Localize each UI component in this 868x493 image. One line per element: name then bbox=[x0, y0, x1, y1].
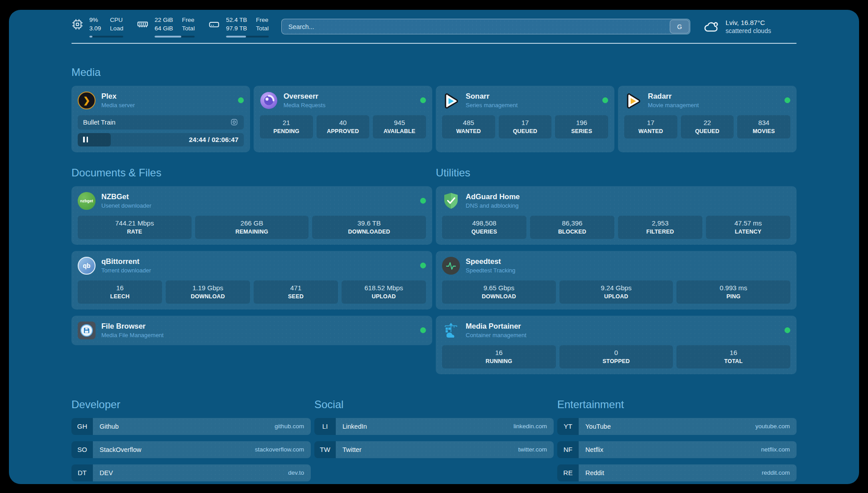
stat-label: DOWNLOADED bbox=[314, 229, 424, 235]
status-dot bbox=[785, 327, 790, 333]
stat-block: 945 AVAILABLE bbox=[373, 115, 426, 138]
stat-value: 485 bbox=[444, 119, 493, 126]
overseerr-icon bbox=[260, 92, 278, 109]
stat-value: 22 bbox=[683, 119, 732, 126]
bookmark-youtube[interactable]: YT YouTubeyoutube.com bbox=[557, 418, 797, 435]
stat-block: 618.52 Mbps UPLOAD bbox=[342, 280, 426, 304]
bookmark-name: StackOverflow bbox=[100, 446, 141, 453]
header-divider bbox=[71, 43, 797, 44]
stat-label: AVAILABLE bbox=[375, 128, 424, 134]
bookmark-abbr: SO bbox=[71, 441, 93, 458]
cpu-usage-label: CPU bbox=[110, 16, 123, 25]
stat-value: 945 bbox=[375, 119, 424, 126]
ram-total-label: Total bbox=[182, 25, 195, 33]
pause-icon[interactable] bbox=[83, 137, 88, 142]
stat-value: 16 bbox=[678, 349, 789, 356]
card-title: Media Portainer bbox=[466, 322, 779, 330]
stat-label: DOWNLOAD bbox=[444, 293, 554, 300]
card-title: AdGuard Home bbox=[466, 192, 790, 201]
dashboard: 9% 3.09 CPU Load bbox=[9, 10, 859, 484]
card-title: Radarr bbox=[648, 92, 779, 100]
stat-block: 39.6 TB DOWNLOADED bbox=[312, 216, 426, 239]
search-engine-button[interactable]: G bbox=[670, 20, 689, 33]
card-filebrowser[interactable]: File Browser Media File Management bbox=[71, 316, 432, 345]
bookmark-name: Github bbox=[100, 423, 119, 430]
card-speedtest[interactable]: Speedtest Speedtest Tracking 9.65 Gbps D… bbox=[436, 251, 797, 309]
card-title: Plex bbox=[101, 92, 232, 100]
top-bar: 9% 3.09 CPU Load bbox=[71, 10, 797, 38]
card-plex[interactable]: ❯ Plex Media server Bullet Train bbox=[71, 86, 250, 152]
bookmark-github[interactable]: GH Githubgithub.com bbox=[71, 418, 311, 435]
playback-progress-bar[interactable]: 24:44 / 02:06:47 bbox=[78, 133, 244, 146]
now-playing-title: Bullet Train bbox=[83, 119, 116, 126]
stat-block: 1.19 Gbps DOWNLOAD bbox=[166, 280, 250, 304]
card-desc: Media server bbox=[101, 102, 232, 109]
stat-block: 22 QUEUED bbox=[681, 115, 734, 138]
stat-block: 498,508 QUERIES bbox=[442, 216, 526, 239]
stat-block: 266 GB REMAINING bbox=[195, 216, 309, 239]
stat-label: BLOCKED bbox=[532, 229, 613, 235]
stat-value: 0 bbox=[561, 349, 672, 356]
bookmark-linkedin[interactable]: LI LinkedInlinkedin.com bbox=[314, 418, 554, 435]
bookmark-url: stackoverflow.com bbox=[255, 446, 304, 453]
bookmark-twitter[interactable]: TW Twittertwitter.com bbox=[314, 441, 554, 458]
bookmark-abbr: GH bbox=[71, 418, 93, 435]
stat-block: 834 MOVIES bbox=[737, 115, 790, 138]
stat-label: LEECH bbox=[79, 293, 160, 300]
status-dot bbox=[420, 198, 426, 204]
stat-label: QUERIES bbox=[444, 229, 525, 235]
bookmark-abbr: YT bbox=[557, 418, 579, 435]
cpu-icon bbox=[71, 18, 83, 30]
stat-label: FILTERED bbox=[620, 229, 701, 235]
stat-block: 196 SERIES bbox=[555, 115, 608, 138]
card-qbittorrent[interactable]: qb qBittorrent Torrent downloader 16 LEE… bbox=[71, 251, 432, 309]
card-title: qBittorrent bbox=[101, 257, 414, 266]
webcam-icon[interactable] bbox=[230, 118, 238, 126]
cpu-load-label: Load bbox=[110, 25, 123, 33]
bookmark-name: Reddit bbox=[585, 469, 604, 476]
stat-label: PENDING bbox=[262, 128, 311, 134]
stat-label: STOPPED bbox=[561, 358, 672, 364]
bookmark-stackoverflow[interactable]: SO StackOverflowstackoverflow.com bbox=[71, 441, 311, 458]
card-title: Speedtest bbox=[466, 257, 790, 266]
disk-total-label: Total bbox=[256, 25, 269, 33]
stat-block: 16 RUNNING bbox=[442, 345, 556, 368]
card-portainer[interactable]: Media Portainer Container management 16 … bbox=[436, 316, 797, 374]
ram-total-value: 64 GiB bbox=[154, 25, 173, 33]
bookmark-url: linkedin.com bbox=[513, 423, 547, 430]
card-nzbget[interactable]: nzbget NZBGet Usenet downloader 744.21 M… bbox=[71, 186, 432, 245]
card-desc: Usenet downloader bbox=[101, 202, 414, 209]
disk-free-value: 52.4 TB bbox=[226, 16, 247, 25]
weather-condition: scattered clouds bbox=[726, 27, 771, 34]
stat-block: 16 LEECH bbox=[78, 280, 162, 304]
card-sonarr[interactable]: Sonarr Series management 485 WANTED 17 Q… bbox=[436, 86, 614, 152]
card-adguard[interactable]: AdGuard Home DNS and adblocking 498,508 … bbox=[436, 186, 797, 245]
radarr-icon bbox=[624, 92, 642, 109]
stat-value: 2,953 bbox=[620, 219, 701, 227]
disk-icon bbox=[208, 18, 220, 30]
stat-value: 471 bbox=[255, 284, 336, 292]
stat-block: 471 SEED bbox=[254, 280, 338, 304]
section-title-social: Social bbox=[314, 398, 554, 411]
stat-label: WANTED bbox=[444, 128, 493, 134]
system-resources: 9% 3.09 CPU Load bbox=[71, 16, 269, 38]
disk-progress-fill bbox=[226, 36, 246, 38]
weather-location-temp: Lviv, 16.87°C bbox=[726, 19, 771, 26]
bookmark-reddit[interactable]: RE Redditreddit.com bbox=[557, 464, 797, 481]
search-input[interactable] bbox=[282, 19, 669, 34]
section-title-documents: Documents & Files bbox=[71, 167, 432, 179]
stat-value: 834 bbox=[739, 119, 789, 126]
stat-label: LATENCY bbox=[708, 229, 789, 235]
search-bar[interactable]: G bbox=[281, 19, 690, 34]
stat-block: 17 QUEUED bbox=[499, 115, 552, 138]
bookmark-url: twitter.com bbox=[518, 446, 547, 453]
ram-widget: 22 GiB 64 GiB Free Total bbox=[137, 16, 195, 38]
card-overseerr[interactable]: Overseerr Media Requests 21 PENDING 40 A… bbox=[254, 86, 432, 152]
card-radarr[interactable]: Radarr Movie management 17 WANTED 22 QUE… bbox=[618, 86, 797, 152]
stat-value: 16 bbox=[79, 284, 160, 292]
stat-value: 0.993 ms bbox=[678, 284, 789, 292]
bookmark-name: DEV bbox=[100, 469, 113, 476]
playback-time: 24:44 / 02:06:47 bbox=[189, 136, 238, 143]
bookmark-netflix[interactable]: NF Netflixnetflix.com bbox=[557, 441, 797, 458]
bookmark-dev[interactable]: DT DEVdev.to bbox=[71, 464, 311, 481]
